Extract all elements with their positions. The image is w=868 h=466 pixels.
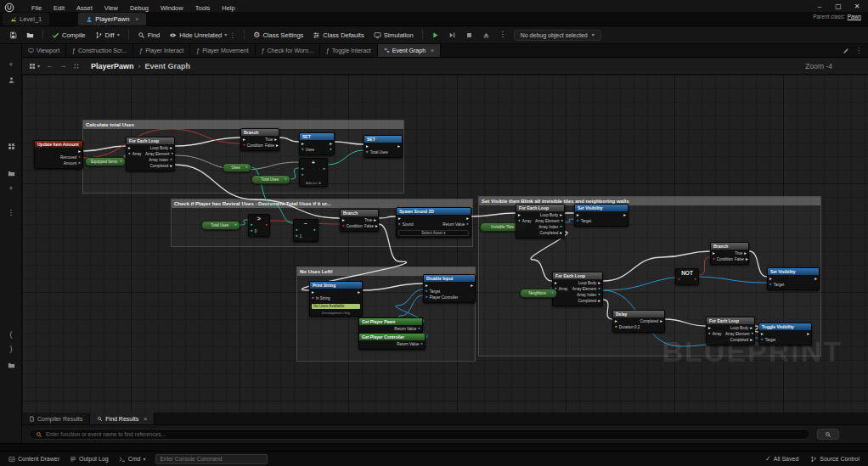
node-neighbors[interactable]: Neighbors● — [520, 289, 557, 298]
int-pin[interactable]: ● — [251, 223, 253, 227]
cmd-dropdown[interactable]: Cmd▾ — [119, 456, 146, 463]
exec-pin[interactable]: ▸ — [358, 290, 360, 295]
frame-skip-button[interactable] — [444, 29, 460, 42]
exec-pin[interactable]: ▸ — [518, 213, 521, 218]
exec-pin[interactable]: ▸ — [128, 146, 131, 151]
exec-pin[interactable]: Completed▸ — [149, 164, 172, 169]
folder-rail-button[interactable] — [0, 362, 22, 369]
exec-pin[interactable]: True▸ — [364, 218, 376, 223]
menu-help[interactable]: Help — [216, 4, 240, 12]
node-for-each-loop[interactable]: For Each Loop▸Loop Body▸●ArrayArray Elem… — [126, 137, 175, 171]
node-for-each-loop[interactable]: For Each Loop▸Loop Body▸●ArrayArray Elem… — [552, 272, 603, 306]
wild-pin[interactable]: Array Element● — [572, 287, 600, 291]
node-set[interactable]: SET▸▸●Total Uses — [364, 135, 403, 158]
class-settings-button[interactable]: ⚙Class Settings — [249, 29, 307, 42]
toolbar-overflow-button[interactable]: ⋮ — [495, 29, 510, 41]
node-set-visibility[interactable]: Set Visibility▸▸●Target — [574, 204, 628, 227]
bool-pin[interactable]: ●Condition — [243, 143, 261, 148]
menu-tools[interactable]: Tools — [189, 4, 217, 12]
asset-tab-playerpawn[interactable]: PlayerPawn× — [78, 13, 146, 25]
simulation-button[interactable]: Simulation — [369, 29, 418, 42]
wild-pin[interactable]: Array Element● — [145, 152, 172, 156]
menu-edit[interactable]: Edit — [48, 4, 70, 12]
obj-pin[interactable]: Return Value● — [397, 342, 423, 346]
exec-pin[interactable]: Completed▸ — [640, 319, 662, 324]
obj-pin[interactable]: ●Target — [577, 219, 591, 223]
exec-pin[interactable]: ▸ — [366, 144, 369, 149]
history-forward-button[interactable]: → — [59, 62, 67, 70]
exec-pin[interactable]: ▸ — [243, 138, 245, 143]
exec-pin[interactable]: Completed▸ — [730, 338, 752, 343]
obj-pin[interactable]: ●Player Controller — [426, 295, 458, 300]
plus-rail-button[interactable]: + — [0, 61, 22, 69]
exec-pin[interactable]: ▸ — [471, 284, 473, 289]
string-pin[interactable]: ●In String — [312, 296, 330, 300]
obj-pin[interactable]: Return Value● — [442, 222, 469, 227]
exec-pin[interactable]: False▸ — [364, 224, 376, 229]
tab-options-button[interactable]: ⋮ — [855, 48, 862, 54]
console-command-input[interactable] — [155, 454, 268, 464]
out-pin[interactable]: ● — [285, 177, 287, 182]
wild-pin[interactable]: ●Array — [128, 152, 141, 156]
diff-button[interactable]: Diff▾ — [91, 29, 124, 42]
find-button[interactable]: Find — [133, 29, 165, 42]
int-pin[interactable]: ●0 — [251, 229, 256, 233]
close-icon[interactable]: × — [144, 416, 147, 422]
all-saved-status[interactable]: ✓All Saved — [765, 456, 798, 463]
exec-pin[interactable]: ▸ — [814, 277, 817, 282]
node-set-visibility[interactable]: Set Visibility▸▸●Target — [767, 267, 820, 290]
out-pin[interactable]: ● — [551, 291, 554, 295]
node-branch[interactable]: Branch▸True▸●ConditionFalse▸ — [240, 128, 279, 151]
node-print-string[interactable]: Print String▸▸●In StringNo Uses Availabl… — [309, 281, 363, 317]
out-pin[interactable]: ● — [245, 166, 248, 170]
exec-pin[interactable]: Loop Body▸ — [578, 281, 600, 286]
panel-tab-compiler-results[interactable]: Compiler Results — [22, 413, 90, 424]
hide-unrelated-button[interactable]: Hide Unrelated▾⋮ — [165, 29, 240, 42]
obj-pin[interactable]: ●Target — [769, 283, 784, 287]
obj-pin[interactable]: Return Value● — [394, 327, 420, 331]
node-uses[interactable]: Uses● — [223, 163, 251, 172]
parent-class-link[interactable]: Pawn — [848, 14, 861, 20]
doc-tab-viewport[interactable]: Viewport — [22, 44, 66, 57]
doc-tab-event-graph[interactable]: Event Graph× — [378, 44, 441, 57]
event-graph-canvas[interactable]: BLUEPRINT Calculate total UsesCheck if P… — [22, 75, 868, 413]
class-defaults-button[interactable]: Class Defaults — [308, 29, 368, 42]
save-button[interactable] — [5, 29, 21, 42]
exec-pin[interactable]: ▸ — [769, 277, 772, 282]
node-get-player-controller[interactable]: Get Player ControllerReturn Value● — [358, 333, 426, 350]
int-pin[interactable]: ●Total Uses — [366, 150, 388, 154]
exec-pin[interactable]: ▸ — [342, 218, 345, 223]
wild-pin[interactable]: Array Element● — [725, 332, 752, 336]
node-item[interactable]: −●●●1 — [293, 219, 318, 242]
minimize-button[interactable]: – — [810, 3, 829, 10]
exec-pin[interactable]: ▸ — [555, 281, 557, 286]
person-rail-button[interactable] — [0, 76, 22, 84]
int-pin[interactable]: ● — [302, 173, 304, 177]
menu-view[interactable]: View — [99, 4, 124, 12]
wild-pin[interactable]: ●Array — [708, 332, 721, 336]
exec-pin[interactable]: True▸ — [735, 251, 747, 256]
int-pin[interactable]: ●Uses — [302, 148, 314, 152]
int-pin[interactable]: Array Index● — [538, 225, 562, 229]
float-pin[interactable]: ●Duration 0.2 — [615, 325, 640, 329]
output-log-button[interactable]: Output Log — [70, 456, 109, 463]
doc-tab-check-for-worn[interactable]: ƒCheck for Worn... — [256, 44, 320, 57]
folder-rail-button[interactable] — [0, 170, 22, 177]
exec-pin[interactable]: ▸ — [807, 332, 809, 337]
menu-window[interactable]: Window — [155, 4, 189, 12]
find-search-input[interactable] — [46, 431, 803, 437]
exec-pin[interactable]: ▸ — [302, 142, 304, 147]
edit-tab-button[interactable] — [843, 48, 849, 54]
paren-open-rail-button[interactable]: ( — [0, 331, 22, 339]
node-branch[interactable]: Branch▸True▸●ConditionFalse▸ — [710, 242, 749, 265]
node-get-player-pawn[interactable]: Get Player PawnReturn Value● — [358, 317, 423, 334]
node-field-value[interactable]: No Uses Available — [312, 304, 360, 309]
eject-button[interactable] — [478, 29, 494, 42]
browse-to-asset-button[interactable] — [22, 29, 38, 42]
node-total-uses[interactable]: Total Uses● — [201, 221, 240, 230]
exec-pin[interactable]: ▸ — [623, 213, 626, 218]
bool-pin[interactable]: Removed● — [60, 155, 81, 160]
int-pin[interactable]: Array Index● — [577, 293, 600, 297]
node-toggle-visibility[interactable]: Toggle Visibility▸▸●Target — [758, 323, 812, 345]
int-pin[interactable]: ●1 — [296, 234, 302, 239]
